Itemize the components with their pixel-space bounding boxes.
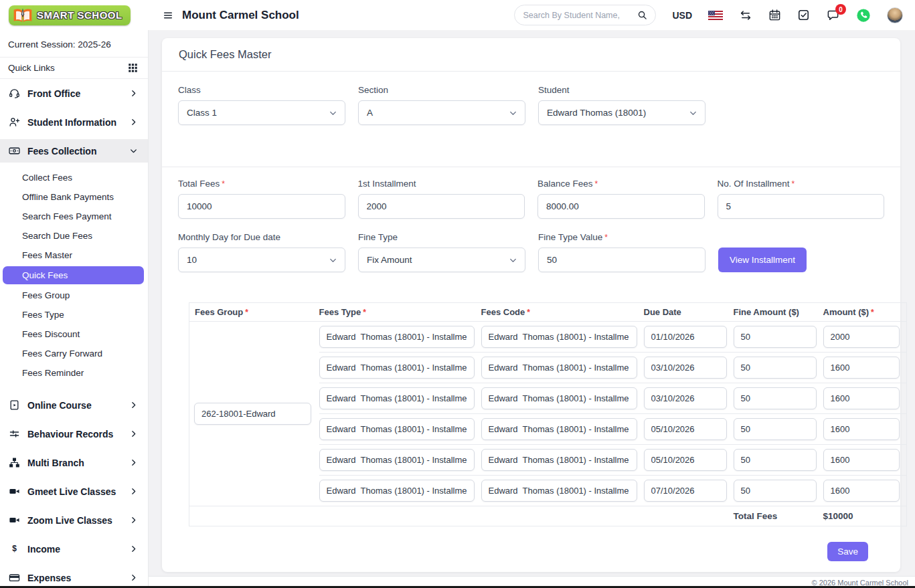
sidebar-item-online-course[interactable]: Online Course xyxy=(0,391,148,419)
sidebar-item-label: Behaviour Records xyxy=(27,429,113,439)
due-date-input[interactable] xyxy=(644,418,727,440)
submenu-item-quick-fees[interactable]: Quick Fees xyxy=(3,266,144,284)
monthly-day-label: Monthly Day for Due date xyxy=(178,232,345,242)
submenu-item-fees-type[interactable]: Fees Type xyxy=(0,305,148,324)
required-asterisk: * xyxy=(222,179,225,189)
search-icon[interactable] xyxy=(637,10,647,20)
fine-amount-input[interactable] xyxy=(734,480,817,502)
table-header-row: Fees Group* Fees Type* Fees Code* Due Da… xyxy=(189,303,907,322)
section-select[interactable]: A xyxy=(358,100,525,125)
sidebar-item-zoom-live-classes[interactable]: Zoom Live Classes xyxy=(0,506,148,534)
total-row: Total Fees $10000 xyxy=(189,506,907,526)
save-button[interactable]: Save xyxy=(827,542,868,561)
currency-selector[interactable]: USD xyxy=(672,10,692,21)
due-date-input[interactable] xyxy=(644,480,727,502)
fees-code-input[interactable] xyxy=(481,326,637,348)
submenu-item-search-fees-payment[interactable]: Search Fees Payment xyxy=(0,207,148,226)
fees-fields-row-2: Monthly Day for Due date 10 Fine Type Fi… xyxy=(178,232,884,272)
fees-type-input[interactable] xyxy=(319,480,475,502)
fees-type-header: Fees Type xyxy=(319,307,361,317)
grid-icon[interactable] xyxy=(128,63,138,73)
submenu-item-fees-group[interactable]: Fees Group xyxy=(0,286,148,305)
monthly-day-select[interactable]: 10 xyxy=(178,248,345,272)
balance-fees-input[interactable] xyxy=(537,194,705,219)
app-logo[interactable]: SMART SCHOOL xyxy=(0,5,149,25)
fees-type-input[interactable] xyxy=(319,357,475,379)
user-avatar[interactable] xyxy=(887,7,903,23)
amount-input[interactable] xyxy=(823,480,900,502)
fees-code-input[interactable] xyxy=(481,357,637,379)
chevron-right-icon xyxy=(129,401,138,409)
chevron-right-icon xyxy=(129,545,138,553)
fees-group-input[interactable] xyxy=(194,403,311,425)
fees-code-input[interactable] xyxy=(481,387,637,409)
no-of-installment-label: No. Of Installment xyxy=(718,179,790,189)
fine-amount-input[interactable] xyxy=(734,418,817,440)
due-date-input[interactable] xyxy=(644,387,727,409)
quick-links[interactable]: Quick Links xyxy=(0,58,148,78)
required-asterisk: * xyxy=(792,179,795,189)
sidebar-item-expenses[interactable]: Expenses xyxy=(0,563,148,588)
whatsapp-icon[interactable] xyxy=(856,8,871,23)
fees-type-input[interactable] xyxy=(319,326,475,348)
sidebar-item-gmeet-live-classes[interactable]: Gmeet Live Classes xyxy=(0,477,148,506)
fine-type-select[interactable]: Fix Amount xyxy=(358,248,525,272)
first-installment-input[interactable] xyxy=(358,194,525,219)
required-asterisk: * xyxy=(527,308,530,317)
sidebar-item-label: Income xyxy=(27,544,60,555)
amount-input[interactable] xyxy=(823,357,900,379)
sidebar-item-label: Student Information xyxy=(27,117,116,128)
amount-input[interactable] xyxy=(823,326,900,348)
submenu-item-fees-carry-forward[interactable]: Fees Carry Forward xyxy=(0,344,148,363)
topbar-actions: USD xyxy=(514,5,915,25)
fees-type-input[interactable] xyxy=(319,449,475,471)
fine-type-value-input[interactable] xyxy=(538,248,705,272)
fees-code-input[interactable] xyxy=(481,449,637,471)
due-date-input[interactable] xyxy=(644,449,727,471)
fees-code-input[interactable] xyxy=(481,480,637,502)
messages-icon[interactable]: 0 xyxy=(826,9,840,21)
search-input[interactable] xyxy=(523,11,632,20)
quick-links-label: Quick Links xyxy=(8,63,55,73)
sidebar-item-student-information[interactable]: Student Information xyxy=(0,108,148,136)
hamburger-menu-icon[interactable] xyxy=(162,9,174,21)
fees-type-input[interactable] xyxy=(319,418,475,440)
submenu-item-collect-fees[interactable]: Collect Fees xyxy=(0,168,148,187)
sidebar-item-behaviour-records[interactable]: Behaviour Records xyxy=(0,419,148,448)
amount-input[interactable] xyxy=(823,449,900,471)
amount-input[interactable] xyxy=(823,387,900,409)
student-search xyxy=(514,5,656,25)
currency-exchange-icon[interactable] xyxy=(739,9,752,21)
amount-input[interactable] xyxy=(823,418,900,440)
class-label: Class xyxy=(178,85,345,95)
calendar-icon[interactable] xyxy=(768,9,781,21)
fine-amount-input[interactable] xyxy=(734,357,817,379)
sidebar-item-front-office[interactable]: Front Office xyxy=(0,79,148,108)
fine-type-value-field: Fine Type Value* xyxy=(538,232,705,272)
fees-code-input[interactable] xyxy=(481,418,637,440)
student-select[interactable]: Edward Thomas (18001) xyxy=(538,100,705,125)
sidebar-item-income[interactable]: $ Income xyxy=(0,534,148,563)
fees-type-input[interactable] xyxy=(319,387,475,409)
fine-amount-input[interactable] xyxy=(734,387,817,409)
fees-group-header: Fees Group xyxy=(195,307,243,317)
fine-amount-input[interactable] xyxy=(734,326,817,348)
submenu-item-search-due-fees[interactable]: Search Due Fees xyxy=(0,226,148,246)
required-asterisk: * xyxy=(595,179,598,189)
fine-amount-input[interactable] xyxy=(734,449,817,471)
no-of-installment-input[interactable] xyxy=(718,194,885,219)
messages-badge: 0 xyxy=(835,4,846,15)
sidebar-item-multi-branch[interactable]: Multi Branch xyxy=(0,448,148,477)
total-fees-input[interactable] xyxy=(178,194,345,219)
submenu-item-fees-master[interactable]: Fees Master xyxy=(0,246,148,265)
sidebar-item-fees-collection[interactable]: Fees Collection xyxy=(0,139,148,163)
language-flag-icon[interactable] xyxy=(708,11,723,20)
todo-task-icon[interactable] xyxy=(797,9,810,21)
due-date-input[interactable] xyxy=(644,357,727,379)
due-date-input[interactable] xyxy=(644,326,727,348)
submenu-item-fees-reminder[interactable]: Fees Reminder xyxy=(0,363,148,383)
submenu-item-fees-discount[interactable]: Fees Discount xyxy=(0,324,148,344)
view-installment-button[interactable]: View Installment xyxy=(718,248,807,272)
class-select[interactable]: Class 1 xyxy=(178,100,345,125)
submenu-item-offline-bank-payments[interactable]: Offline Bank Payments xyxy=(0,187,148,207)
